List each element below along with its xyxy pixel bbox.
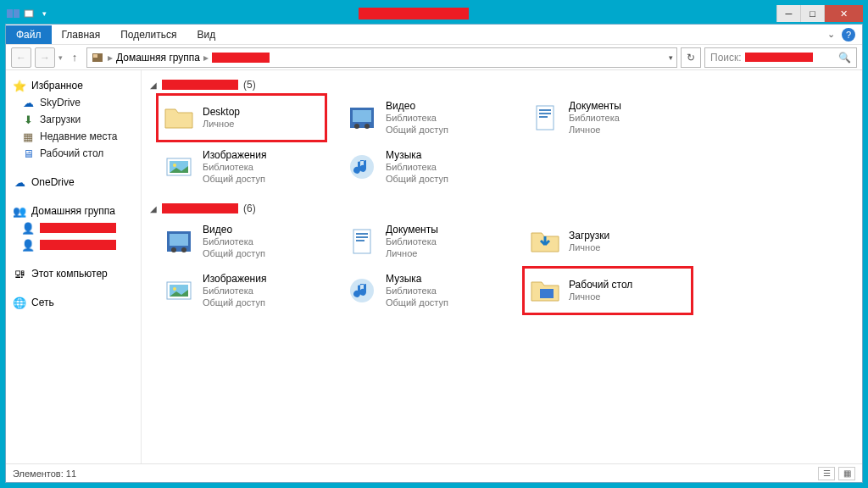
folder-tile[interactable]: Desktop Личное <box>157 94 326 141</box>
breadcrumb-dropdown-icon[interactable]: ▾ <box>669 53 673 62</box>
folder-tile[interactable]: Видео Библиотека Общий доступ <box>157 218 326 265</box>
folder-tile[interactable]: Документы Библиотека Личное <box>523 94 693 141</box>
tab-home[interactable]: Главная <box>52 25 111 44</box>
svg-rect-1 <box>14 9 19 18</box>
user-redacted <box>40 240 116 250</box>
tile-subtitle: Библиотека <box>569 113 621 125</box>
nav-thispc[interactable]: 🖳Этот компьютер <box>6 265 141 282</box>
svg-rect-29 <box>540 289 554 298</box>
tile-subtitle: Библиотека <box>386 236 438 248</box>
tile-title: Музыка <box>386 273 448 286</box>
nav-forward-button[interactable]: → <box>35 47 55 68</box>
window-frame: ▾ ─ □ ✕ Файл Главная Поделиться Вид ⌄ ? … <box>0 0 868 488</box>
tab-share[interactable]: Поделиться <box>110 25 186 44</box>
group-header[interactable]: ◢ (6) <box>150 199 862 218</box>
folder-tile[interactable]: Рабочий стол Личное <box>523 267 693 314</box>
tile-subtitle2: Личное <box>386 248 438 260</box>
nav-downloads[interactable]: ⬇Загрузки <box>6 111 141 128</box>
video-icon <box>345 101 379 135</box>
minimize-button[interactable]: ─ <box>776 5 800 22</box>
tile-subtitle: Библиотека <box>203 236 265 248</box>
homegroup-icon: 👥 <box>13 204 26 218</box>
breadcrumb-item[interactable]: Домашняя группа <box>116 52 200 64</box>
nav-up-button[interactable]: ↑ <box>66 51 83 64</box>
svg-point-8 <box>364 124 370 129</box>
nav-homegroup-user[interactable]: 👤 <box>6 219 141 236</box>
nav-back-button[interactable]: ← <box>11 47 31 68</box>
content-pane: ◢ (5) Desktop Личное Видео Библиотека Об… <box>142 70 862 463</box>
nav-homegroup-user[interactable]: 👤 <box>6 236 141 253</box>
doc-icon <box>528 101 562 135</box>
search-redacted <box>745 53 813 62</box>
user-icon: 👤 <box>21 221 35 235</box>
nav-skydrive[interactable]: ☁SkyDrive <box>6 94 141 111</box>
svg-rect-24 <box>356 240 364 241</box>
folder-tile[interactable]: Загрузки Личное <box>523 218 693 265</box>
tile-subtitle: Библиотека <box>386 162 448 174</box>
folder-tile[interactable]: Документы Библиотека Личное <box>340 218 509 265</box>
breadcrumb[interactable]: ▸ Домашняя группа ▸ ▾ <box>86 47 677 68</box>
search-icon: 🔍 <box>838 52 851 64</box>
downloads-icon <box>528 225 562 258</box>
image-icon <box>162 150 196 184</box>
tile-subtitle2: Общий доступ <box>386 297 448 309</box>
tile-subtitle: Личное <box>569 291 632 303</box>
tab-file[interactable]: Файл <box>6 25 52 44</box>
tile-subtitle: Библиотека <box>386 286 448 297</box>
svg-rect-6 <box>353 110 371 122</box>
nav-network[interactable]: 🌐Сеть <box>6 294 141 311</box>
computer-icon: 🖳 <box>13 267 26 280</box>
tile-title: Видео <box>386 100 448 113</box>
refresh-button[interactable]: ↻ <box>681 47 701 68</box>
tile-subtitle2: Общий доступ <box>203 297 266 309</box>
folder-tile[interactable]: Музыка Библиотека Общий доступ <box>340 143 509 191</box>
folder-tile[interactable]: Изображения Библиотека Общий доступ <box>157 143 326 191</box>
user-icon: 👤 <box>21 238 35 252</box>
music-icon <box>345 274 379 308</box>
nav-onedrive[interactable]: ☁OneDrive <box>6 174 141 191</box>
tile-subtitle2: Личное <box>569 125 621 136</box>
maximize-button[interactable]: □ <box>800 5 824 22</box>
help-icon[interactable]: ? <box>842 28 855 42</box>
view-tiles-button[interactable]: ▦ <box>838 467 855 480</box>
view-details-button[interactable]: ☰ <box>818 467 835 480</box>
group-header[interactable]: ◢ (5) <box>150 75 862 94</box>
status-count: 11 <box>66 469 76 479</box>
user-redacted <box>40 223 116 233</box>
svg-rect-22 <box>356 233 368 235</box>
close-button[interactable]: ✕ <box>824 5 863 22</box>
tab-view[interactable]: Вид <box>186 25 225 44</box>
nav-recent[interactable]: ▦Недавние места <box>6 128 141 145</box>
chevron-right-icon[interactable]: ▸ <box>203 52 209 64</box>
folder-tile[interactable]: Изображения Библиотека Общий доступ <box>157 267 326 314</box>
tile-subtitle: Библиотека <box>203 286 266 297</box>
folder-tile[interactable]: Музыка Библиотека Общий доступ <box>340 267 509 314</box>
tile-subtitle: Личное <box>569 242 609 254</box>
tile-title: Загрузки <box>569 230 609 242</box>
breadcrumb-redacted[interactable] <box>212 53 270 63</box>
chevron-right-icon[interactable]: ▸ <box>108 52 113 64</box>
tile-subtitle2: Общий доступ <box>386 125 448 136</box>
folder-tile[interactable]: Видео Библиотека Общий доступ <box>340 94 509 141</box>
svg-rect-23 <box>356 236 368 238</box>
qat-divider: ▾ <box>37 7 51 20</box>
collapse-icon[interactable]: ◢ <box>150 80 157 90</box>
nav-history-dropdown[interactable]: ▾ <box>58 53 63 62</box>
nav-homegroup[interactable]: 👥Домашняя группа <box>6 202 141 219</box>
search-label: Поиск: <box>710 52 742 64</box>
ribbon-expand-icon[interactable]: ⌄ <box>827 29 835 40</box>
svg-rect-11 <box>539 113 551 114</box>
nav-desktop[interactable]: 🖥Рабочий стол <box>6 145 141 162</box>
status-label: Элементов: <box>13 469 64 479</box>
tile-title: Рабочий стол <box>569 279 632 291</box>
tile-subtitle: Библиотека <box>203 162 266 174</box>
group-name-redacted <box>162 203 238 214</box>
image-icon <box>162 274 196 308</box>
collapse-icon[interactable]: ◢ <box>150 204 157 214</box>
svg-point-27 <box>173 287 176 291</box>
tile-title: Музыка <box>386 149 448 162</box>
nav-favorites[interactable]: ⭐Избранное <box>6 77 141 94</box>
search-input[interactable]: Поиск: 🔍 <box>704 47 857 68</box>
qat-icon[interactable] <box>22 7 36 20</box>
status-bar: Элементов: 11 ☰ ▦ <box>6 463 862 482</box>
